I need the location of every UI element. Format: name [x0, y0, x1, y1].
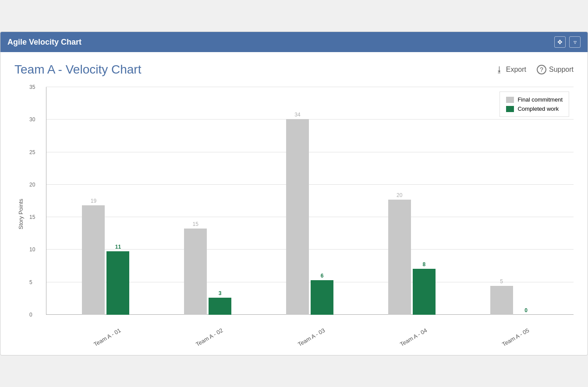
x-label-2: Team A - 02 — [187, 323, 232, 352]
y-axis-label: Story Points — [14, 87, 27, 341]
widget-body: Team A - Velocity Chart ⭳ Export ? Suppo… — [0, 52, 588, 355]
agile-velocity-widget: Agile Velocity Chart ✥ ▿ Team A - Veloci… — [0, 32, 588, 355]
completed-wrapper-1: 11 — [106, 244, 129, 315]
legend-item-completed: Completed work — [506, 106, 563, 112]
chart-title: Team A - Velocity Chart — [14, 63, 141, 77]
chart-actions: ⭳ Export ? Support — [496, 65, 574, 74]
commitment-wrapper-4: 20 — [388, 192, 411, 315]
bar-group-2: 153 — [184, 221, 231, 315]
commitment-wrapper-1: 19 — [82, 198, 105, 315]
bar-group-4: 208 — [388, 192, 436, 315]
legend-label-completed: Completed work — [517, 106, 559, 112]
legend-item-commitment: Final commitment — [506, 96, 563, 103]
widget-header: Agile Velocity Chart ✥ ▿ — [0, 32, 588, 52]
legend-color-commitment — [506, 97, 514, 103]
move-button[interactable]: ✥ — [554, 36, 566, 48]
completed-wrapper-2: 3 — [209, 290, 231, 315]
legend-label-commitment: Final commitment — [517, 96, 563, 103]
bars-container: 191115334620850 — [46, 87, 574, 315]
bar-group-3: 346 — [286, 112, 333, 315]
x-label-4: Team A - 04 — [391, 323, 436, 352]
export-button[interactable]: ⭳ Export — [496, 65, 526, 74]
completed-wrapper-5: 0 — [515, 307, 538, 315]
header-controls: ✥ ▿ — [554, 36, 581, 48]
x-label-3: Team A - 03 — [289, 323, 334, 352]
x-label-5: Team A - 05 — [493, 323, 538, 352]
completed-wrapper-4: 8 — [413, 261, 436, 315]
bar-group-1: 1911 — [82, 198, 129, 315]
legend: Final commitment Completed work — [499, 91, 569, 117]
support-button[interactable]: ? Support — [537, 65, 574, 74]
chart-area: Story Points 05101520253035 191115334620… — [14, 87, 574, 341]
x-label-1: Team A - 01 — [85, 323, 130, 352]
chart-inner: 05101520253035 191115334620850 Team A - … — [28, 87, 574, 341]
commitment-wrapper-3: 34 — [286, 112, 309, 315]
x-labels: Team A - 01Team A - 02Team A - 03Team A … — [46, 331, 574, 341]
legend-color-completed — [506, 106, 514, 112]
commitment-wrapper-5: 5 — [490, 278, 513, 315]
chart-header: Team A - Velocity Chart ⭳ Export ? Suppo… — [14, 63, 574, 77]
export-icon: ⭳ — [496, 65, 503, 74]
commitment-wrapper-2: 15 — [184, 221, 207, 315]
bar-group-5: 50 — [490, 278, 538, 315]
widget-title: Agile Velocity Chart — [7, 38, 81, 47]
minimize-button[interactable]: ▿ — [569, 36, 581, 48]
completed-wrapper-3: 6 — [311, 273, 333, 315]
support-icon: ? — [537, 65, 546, 74]
